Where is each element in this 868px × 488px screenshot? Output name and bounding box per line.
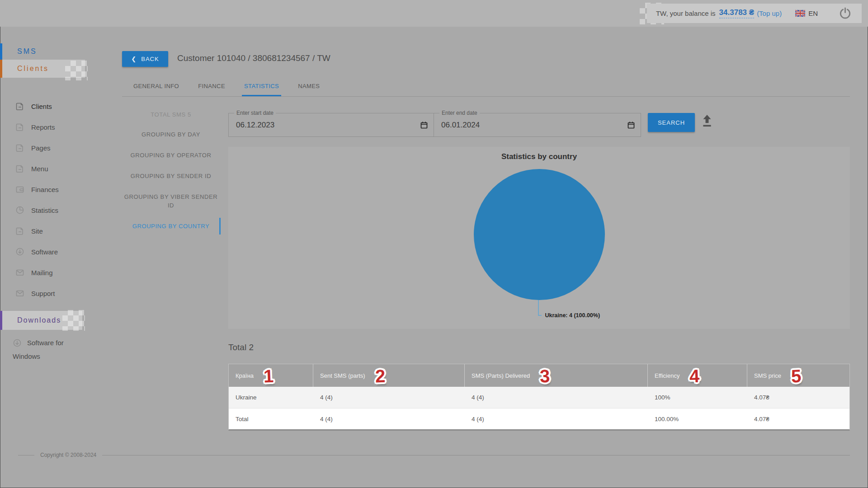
calendar-icon[interactable]	[627, 121, 635, 131]
balance-amount-link[interactable]: 34.3783 ₴	[719, 8, 755, 19]
accent-bar	[0, 60, 2, 78]
column-label: Sent SMS (parts)	[320, 372, 365, 379]
wallet-icon	[15, 185, 24, 194]
end-date-field: Enter end date	[434, 113, 641, 137]
cell-price: 4.07₴	[747, 408, 847, 429]
document-icon	[15, 143, 24, 152]
sidebar-item-menu[interactable]: Menu	[0, 158, 99, 179]
checker-artifact	[62, 310, 85, 331]
pie-chart-panel: Statistics by country Ukraine: 4 (100.00…	[228, 147, 850, 329]
sidebar-item-software-for-windows[interactable]: Software for Windows	[0, 337, 78, 362]
sidebar-item-site[interactable]: Site	[0, 221, 99, 241]
cell-country: Total	[229, 408, 313, 429]
cell-sent: 4 (4)	[313, 408, 465, 429]
start-date-field: Enter start date	[228, 113, 434, 137]
tab-names[interactable]: NAMES	[298, 83, 320, 89]
sidebar-nav: Clients Reports Pages Menu Finances	[0, 96, 99, 304]
chart-title: Statistics by country	[228, 152, 850, 161]
sidebar-item-label: Reports	[31, 123, 55, 131]
column-label: SMS price	[754, 372, 781, 379]
tab-bar: GENERAL INFO FINANCE STATISTICS NAMES	[122, 83, 850, 97]
tab-finance[interactable]: FINANCE	[198, 83, 225, 89]
cell-sent: 4 (4)	[313, 387, 465, 408]
logout-power-button[interactable]	[839, 7, 852, 20]
table-header-row: Країна 1 Sent SMS (parts) 2 SMS (Parts) …	[229, 364, 849, 387]
grouping-by-day[interactable]: GROUPING BY DAY	[122, 130, 220, 139]
export-upload-icon[interactable]	[701, 114, 715, 130]
document-icon	[15, 122, 24, 131]
balance-prefix: TW, your balance is	[656, 9, 716, 17]
end-date-input[interactable]	[434, 113, 641, 136]
sidebar-item-finances[interactable]: Finances	[0, 179, 99, 200]
sidebar-item-label: Statistics	[31, 206, 58, 214]
balance-area: TW, your balance is 34.3783 ₴ (Top up) E…	[647, 4, 862, 23]
cell-country: Ukraine	[229, 387, 313, 408]
language-label: EN	[808, 9, 818, 17]
sidebar-item-label: Menu	[31, 165, 48, 173]
cell-delivered: 4 (4)	[465, 387, 648, 408]
search-button[interactable]: SEARCH	[648, 113, 695, 132]
pie-slice-label: Ukraine: 4 (100.00%)	[545, 312, 600, 319]
app-window: TW, your balance is 34.3783 ₴ (Top up) E…	[0, 0, 868, 488]
sidebar-item-label: Support	[31, 290, 55, 297]
language-selector[interactable]: EN	[795, 9, 818, 17]
sidebar-item-label: Finances	[31, 186, 59, 193]
tab-statistics[interactable]: STATISTICS	[244, 83, 279, 89]
annotation-badge-3: 3	[540, 368, 550, 385]
cell-delivered: 4 (4)	[465, 408, 648, 429]
accent-bar	[0, 43, 2, 60]
header-cell-country: Країна 1	[229, 364, 313, 387]
annotation-badge-2: 2	[375, 368, 385, 385]
grouping-by-operator[interactable]: GROUPING BY OPERATOR	[122, 151, 220, 160]
annotation-badge-4: 4	[689, 368, 700, 385]
download-icon	[15, 247, 24, 256]
sidebar-item-mailing[interactable]: Mailing	[0, 262, 99, 283]
mail-icon	[15, 268, 24, 277]
divider-line	[102, 455, 850, 455]
topbar: TW, your balance is 34.3783 ₴ (Top up) E…	[0, 0, 868, 27]
calendar-icon[interactable]	[420, 121, 428, 131]
document-icon	[15, 226, 24, 235]
sidebar-item-clients[interactable]: Clients	[0, 96, 99, 117]
sidebar-item-support[interactable]: Support	[0, 283, 99, 304]
table-row: Ukraine 4 (4) 4 (4) 100% 4.07₴	[229, 387, 849, 408]
checker-artifact	[65, 61, 88, 80]
annotation-badge-5: 5	[791, 368, 801, 385]
pie-chart[interactable]	[473, 169, 605, 302]
start-date-input[interactable]	[229, 113, 434, 136]
sidebar-item-label: Software	[31, 248, 58, 256]
sidebar-item-label: Mailing	[31, 269, 53, 277]
total-sms-label: TOTAL SMS 5	[122, 111, 220, 118]
sidebar-item-software[interactable]: Software	[0, 241, 99, 262]
header-cell-sent: Sent SMS (parts) 2	[313, 364, 465, 387]
page-title: Customer 101040 / 380681234567 / TW	[177, 53, 330, 63]
annotation-badge-1: 1	[263, 368, 274, 385]
sidebar-item-label: Site	[31, 227, 43, 235]
sidebar-section-sms[interactable]: SMS	[0, 43, 99, 60]
header-cell-efficiency: Efficiency 4	[648, 364, 747, 387]
table-row-total: Total 4 (4) 4 (4) 100.00% 4.07₴	[229, 408, 849, 429]
grouping-menu: TOTAL SMS 5 GROUPING BY DAY GROUPING BY …	[122, 111, 220, 230]
grouping-by-viber-sender-id[interactable]: GROUPING BY VIBER SENDER ID	[122, 192, 220, 210]
document-icon	[15, 102, 24, 111]
back-button-label: BACK	[141, 56, 159, 62]
download-icon	[13, 338, 22, 351]
sidebar-item-label: Pages	[31, 144, 51, 152]
document-icon	[15, 164, 24, 173]
grouping-by-country[interactable]: GROUPING BY COUNTRY	[122, 222, 220, 230]
grouping-by-sender-id[interactable]: GROUPING BY SENDER ID	[122, 172, 220, 180]
sidebar-item-reports[interactable]: Reports	[0, 117, 99, 137]
cell-efficiency: 100.00%	[648, 408, 747, 429]
tab-general-info[interactable]: GENERAL INFO	[133, 83, 179, 89]
chevron-left-icon: ❮	[131, 56, 137, 62]
pie-chart-icon	[15, 206, 24, 215]
sidebar-item-statistics[interactable]: Statistics	[0, 200, 99, 221]
top-up-link[interactable]: (Top up)	[757, 9, 782, 17]
header-cell-price: SMS price 5	[747, 364, 847, 387]
section-label: Downloads	[17, 316, 61, 324]
accent-bar	[0, 311, 2, 330]
pie-label-connector	[538, 300, 542, 316]
section-label: SMS	[17, 47, 37, 56]
back-button[interactable]: ❮ BACK	[122, 51, 168, 67]
sidebar-item-pages[interactable]: Pages	[0, 137, 99, 158]
